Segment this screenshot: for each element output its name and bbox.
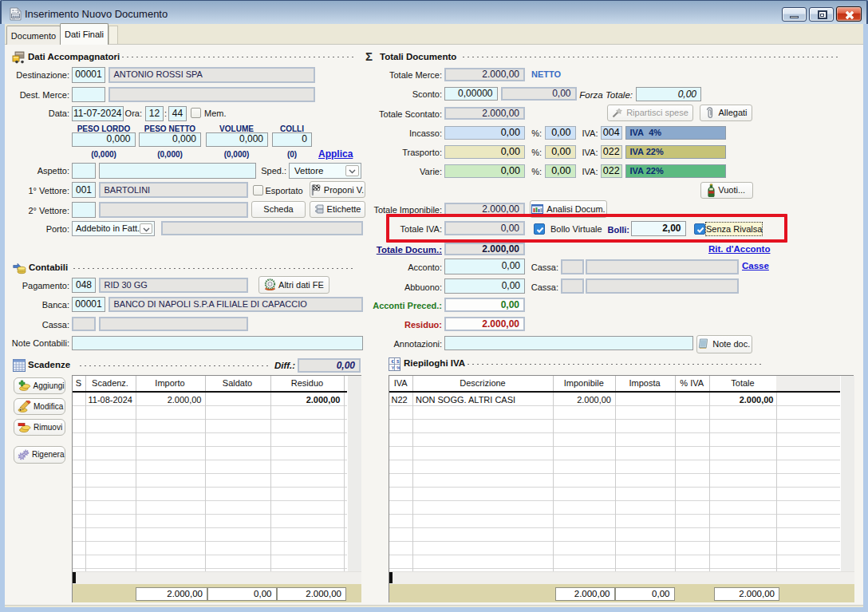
svg-text:Y: Y [392, 365, 395, 370]
svg-text:%: % [397, 365, 400, 370]
